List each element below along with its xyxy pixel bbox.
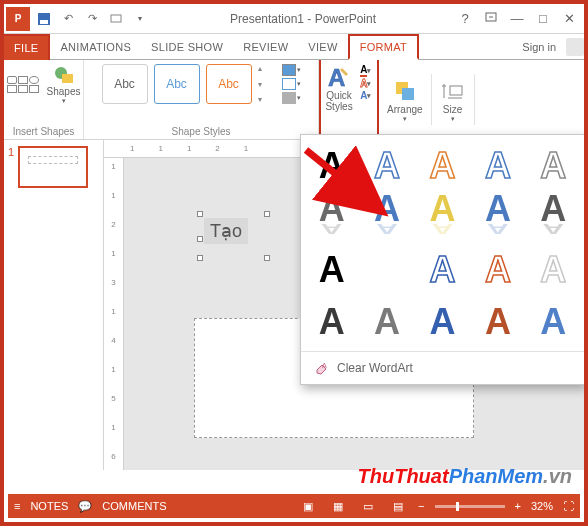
- sorter-view-icon[interactable]: ▦: [328, 500, 348, 513]
- shapes-label: Shapes: [47, 86, 81, 97]
- tab-slideshow[interactable]: SLIDE SHOW: [141, 34, 233, 60]
- wordart-style-2-2[interactable]: A: [416, 245, 469, 295]
- text-fill-button[interactable]: A▾: [360, 64, 378, 77]
- normal-view-icon[interactable]: ▣: [298, 500, 318, 513]
- wordart-style-3-0[interactable]: A: [305, 297, 358, 347]
- tab-view[interactable]: VIEW: [298, 34, 347, 60]
- zoom-slider[interactable]: [435, 505, 505, 508]
- shape-style-1[interactable]: Abc: [102, 64, 148, 104]
- close-icon[interactable]: ✕: [560, 11, 578, 26]
- ribbon-collapse-icon[interactable]: [482, 11, 500, 26]
- slideshow-view-icon[interactable]: ▤: [388, 500, 408, 513]
- svg-rect-9: [402, 88, 414, 100]
- wordart-style-0-4[interactable]: A: [527, 141, 580, 191]
- text-outline-button[interactable]: A▾: [360, 78, 378, 89]
- reading-view-icon[interactable]: ▭: [358, 500, 378, 513]
- shapes-button[interactable]: Shapes ▾: [47, 64, 81, 105]
- tab-review[interactable]: REVIEW: [233, 34, 298, 60]
- wordart-style-1-4[interactable]: AA: [527, 193, 580, 243]
- ribbon: Shapes ▾ Insert Shapes Abc Abc Abc ▴▾▾ ▾…: [4, 60, 584, 140]
- wordart-style-1-3[interactable]: AA: [471, 193, 524, 243]
- tab-file[interactable]: FILE: [2, 34, 50, 60]
- wordart-style-0-2[interactable]: A: [416, 141, 469, 191]
- svg-rect-13: [450, 86, 462, 95]
- watermark: ThuThuatPhanMem.vn: [358, 465, 572, 488]
- sign-in-link[interactable]: Sign in: [516, 41, 562, 53]
- svg-rect-2: [111, 15, 121, 22]
- group-arrange-size: Arrange ▾ Size ▾: [379, 60, 475, 139]
- title-bar: P ↶ ↷ ▾ Presentation1 - PowerPoint ? — □…: [4, 4, 584, 34]
- slide-thumbnail-1[interactable]: [18, 146, 88, 188]
- clear-wordart-label: Clear WordArt: [337, 361, 413, 375]
- group-wordart-styles: A Quick Styles A▾ A▾ A▾: [319, 60, 379, 139]
- status-bar: ≡ NOTES 💬 COMMENTS ▣ ▦ ▭ ▤ − + 32% ⛶: [8, 494, 580, 518]
- clear-wordart-item[interactable]: A Clear WordArt: [301, 351, 584, 384]
- wordart-style-3-2[interactable]: A: [416, 297, 469, 347]
- wordart-style-2-0[interactable]: A: [305, 245, 358, 295]
- svg-rect-6: [62, 74, 73, 83]
- comments-icon[interactable]: 💬: [78, 500, 92, 513]
- slide-thumbnail-panel: 1: [4, 140, 104, 470]
- quick-styles-gallery: AAAAAAAAAAAAAAAAAAAAAAAAA A Clear WordAr…: [300, 134, 585, 385]
- eraser-icon: A: [313, 360, 329, 376]
- window-title: Presentation1 - PowerPoint: [150, 12, 456, 26]
- wordart-style-2-4[interactable]: A: [527, 245, 580, 295]
- svg-text:A: A: [322, 362, 327, 369]
- shape-style-3[interactable]: Abc: [206, 64, 252, 104]
- maximize-icon[interactable]: □: [534, 11, 552, 26]
- zoom-level[interactable]: 32%: [531, 500, 553, 512]
- redo-icon[interactable]: ↷: [82, 9, 102, 29]
- wordart-style-2-1[interactable]: A: [360, 245, 413, 295]
- shape-style-more[interactable]: ▴▾▾: [258, 64, 272, 104]
- tab-format[interactable]: FORMAT: [348, 34, 419, 60]
- app-icon[interactable]: P: [6, 7, 30, 31]
- wordart-style-3-1[interactable]: A: [360, 297, 413, 347]
- shapes-gallery-mini[interactable]: [7, 76, 43, 93]
- svg-text:A: A: [328, 64, 345, 90]
- minimize-icon[interactable]: —: [508, 11, 526, 26]
- qat-more-icon[interactable]: ▾: [130, 9, 150, 29]
- size-label: Size: [443, 104, 462, 115]
- arrange-button[interactable]: Arrange ▾: [379, 74, 432, 125]
- ribbon-tabs: FILE ANIMATIONS SLIDE SHOW REVIEW VIEW F…: [4, 34, 584, 60]
- notes-icon[interactable]: ≡: [14, 500, 20, 512]
- zoom-in-button[interactable]: +: [515, 500, 521, 512]
- save-icon[interactable]: [34, 9, 54, 29]
- insert-shapes-label: Insert Shapes: [13, 124, 75, 137]
- zoom-out-button[interactable]: −: [418, 500, 424, 512]
- help-icon[interactable]: ?: [456, 11, 474, 26]
- arrange-label: Arrange: [387, 104, 423, 115]
- text-effects-button[interactable]: A▾: [360, 90, 378, 101]
- wordart-style-1-0[interactable]: AA: [305, 193, 358, 243]
- shape-outline-button[interactable]: ▾: [282, 78, 301, 90]
- start-slideshow-icon[interactable]: [106, 9, 126, 29]
- watermark-a: ThuThuat: [358, 465, 449, 487]
- quick-styles-button[interactable]: A Quick Styles: [320, 64, 358, 112]
- fit-window-icon[interactable]: ⛶: [563, 500, 574, 512]
- vertical-ruler: 11213141516: [104, 158, 124, 470]
- wordart-style-0-1[interactable]: A: [360, 141, 413, 191]
- shape-styles-label: Shape Styles: [172, 124, 231, 137]
- notes-button[interactable]: NOTES: [30, 500, 68, 512]
- shape-effects-button[interactable]: ▾: [282, 92, 301, 104]
- group-shape-styles: Abc Abc Abc ▴▾▾ ▾ ▾ ▾ Shape Styles: [84, 60, 319, 139]
- wordart-style-0-0[interactable]: A: [305, 141, 358, 191]
- shape-style-2[interactable]: Abc: [154, 64, 200, 104]
- undo-icon[interactable]: ↶: [58, 9, 78, 29]
- quick-styles-label: Quick Styles: [320, 90, 358, 112]
- wordart-style-1-1[interactable]: AA: [360, 193, 413, 243]
- shape-fill-button[interactable]: ▾: [282, 64, 301, 76]
- avatar-icon[interactable]: [566, 38, 584, 56]
- slide-number: 1: [8, 146, 14, 188]
- watermark-b: PhanMem: [449, 465, 543, 487]
- wordart-style-3-4[interactable]: A: [527, 297, 580, 347]
- wordart-style-1-2[interactable]: AA: [416, 193, 469, 243]
- wordart-style-3-3[interactable]: A: [471, 297, 524, 347]
- comments-button[interactable]: COMMENTS: [102, 500, 166, 512]
- size-button[interactable]: Size ▾: [432, 74, 475, 125]
- group-insert-shapes: Shapes ▾ Insert Shapes: [4, 60, 84, 139]
- tab-animations[interactable]: ANIMATIONS: [50, 34, 141, 60]
- watermark-c: .vn: [543, 465, 572, 487]
- wordart-style-0-3[interactable]: A: [471, 141, 524, 191]
- wordart-style-2-3[interactable]: A: [471, 245, 524, 295]
